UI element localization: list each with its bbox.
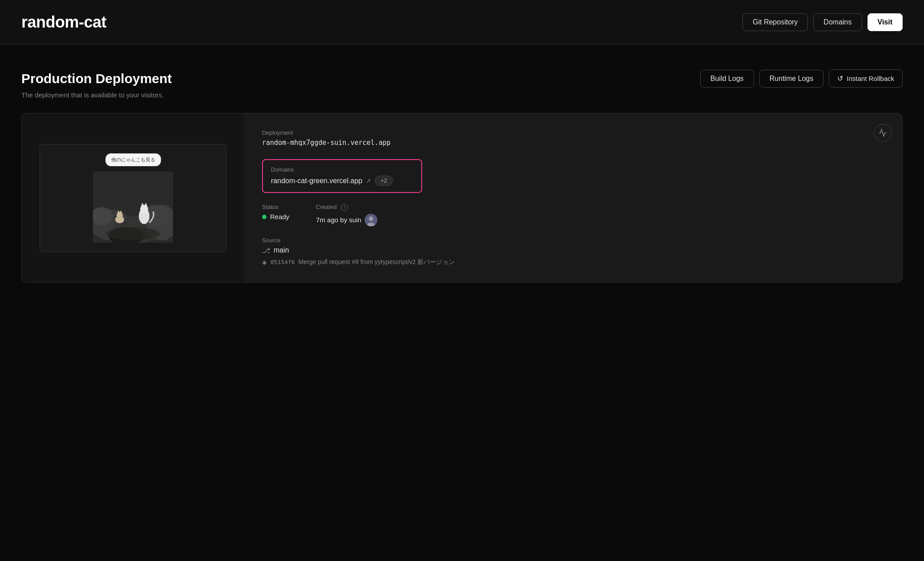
domains-box: Domains random-cat-green.vercel.app ↗ +2 xyxy=(262,159,422,193)
source-label: Source xyxy=(262,237,884,244)
status-label: Status xyxy=(262,204,289,210)
avatar xyxy=(365,214,377,226)
svg-point-12 xyxy=(117,212,123,218)
project-title: random-cat xyxy=(21,13,106,32)
commit-row: ◈ 05154f6 Merge pull request #8 from yyt… xyxy=(262,258,884,266)
created-value: 7m ago by suin xyxy=(316,216,361,224)
deployment-card: 他のにゃんこも見る xyxy=(21,113,903,283)
header-actions: Git Repository Domains Visit xyxy=(742,13,903,31)
info-panel: Deployment random-mhqx7ggde-suin.vercel.… xyxy=(244,113,902,282)
commit-icon: ◈ xyxy=(262,259,267,266)
cat-scene-image xyxy=(93,172,173,243)
domains-button[interactable]: Domains xyxy=(813,13,862,31)
meta-row: Status Ready Created i 7m ago by suin xyxy=(262,204,884,226)
created-item: Created i 7m ago by suin xyxy=(316,204,377,226)
domain-url: random-cat-green.vercel.app xyxy=(271,177,362,185)
avatar-image xyxy=(365,214,377,226)
activity-button[interactable] xyxy=(874,124,892,142)
preview-panel: 他のにゃんこも見る xyxy=(22,113,244,282)
cat-tooltip: 他のにゃんこも見る xyxy=(105,153,161,166)
status-dot xyxy=(262,215,266,219)
preview-image-area: 他のにゃんこも見る xyxy=(40,144,226,252)
domains-label: Domains xyxy=(271,166,413,173)
header: random-cat Git Repository Domains Visit xyxy=(0,0,924,44)
created-label: Created i xyxy=(316,204,377,211)
section-actions: Build Logs Runtime Logs ↺ Instant Rollba… xyxy=(700,69,903,88)
git-repository-button[interactable]: Git Repository xyxy=(742,13,808,31)
instant-rollback-button[interactable]: ↺ Instant Rollback xyxy=(829,69,903,88)
rollback-icon: ↺ xyxy=(837,74,843,83)
deployment-url: random-mhqx7ggde-suin.vercel.app xyxy=(262,139,884,147)
main-content: Production Deployment Build Logs Runtime… xyxy=(0,44,924,308)
created-value-row: 7m ago by suin xyxy=(316,214,377,226)
status-value-row: Ready xyxy=(262,213,289,220)
domain-extra-badge: +2 xyxy=(375,176,393,186)
info-icon: i xyxy=(341,204,348,211)
status-item: Status Ready xyxy=(262,204,289,226)
build-logs-button[interactable]: Build Logs xyxy=(700,70,754,88)
status-value: Ready xyxy=(270,213,289,220)
svg-point-15 xyxy=(106,227,160,240)
domain-value-row: random-cat-green.vercel.app ↗ +2 xyxy=(271,176,413,186)
external-link-icon[interactable]: ↗ xyxy=(366,177,371,184)
branch-icon: ⎇ xyxy=(262,246,270,255)
commit-hash: 05154f6 xyxy=(270,259,295,265)
runtime-logs-button[interactable]: Runtime Logs xyxy=(759,70,824,88)
preview-browser: 他のにゃんこも見る xyxy=(40,144,226,252)
section-header: Production Deployment Build Logs Runtime… xyxy=(21,69,903,88)
section-description: The deployment that is available to your… xyxy=(21,91,903,99)
deployment-label: Deployment xyxy=(262,129,884,136)
activity-icon xyxy=(878,128,887,137)
source-section: Source ⎇ main ◈ 05154f6 Merge pull reque… xyxy=(262,237,884,266)
svg-point-17 xyxy=(369,216,373,221)
section-title: Production Deployment xyxy=(21,71,172,86)
commit-message: Merge pull request #8 from yytypescript/… xyxy=(299,258,455,266)
source-branch: ⎇ main xyxy=(262,246,884,255)
branch-name: main xyxy=(274,246,289,254)
visit-button[interactable]: Visit xyxy=(868,13,903,31)
